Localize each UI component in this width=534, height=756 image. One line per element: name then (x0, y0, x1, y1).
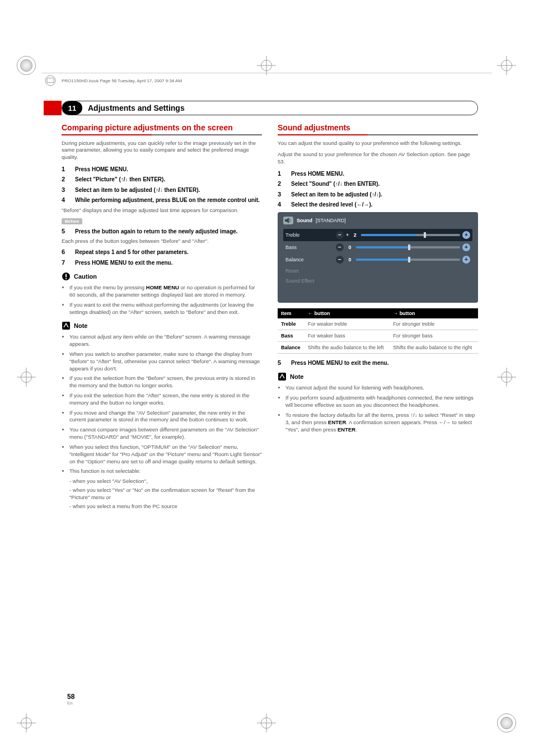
plus-icon: + (462, 231, 470, 239)
step-text: Press HOME MENU. (291, 170, 344, 178)
step-number: 3 (278, 191, 284, 198)
chapter-number: 11 (62, 101, 82, 115)
step: 2Select "Sound" (↑/↓ then ENTER). (278, 180, 478, 188)
step: 4While performing adjustment, press BLUE… (62, 196, 262, 204)
svg-rect-3 (65, 278, 67, 279)
note-list-left: You cannot adjust any item while on the … (62, 334, 262, 475)
table-row-head: Bass (278, 330, 305, 341)
header-rule (42, 73, 492, 73)
bullet-item: If you exit the selection from the "Befo… (69, 375, 262, 389)
step-text: Press HOME MENU. (75, 166, 128, 173)
note-title-left: Note (74, 322, 87, 329)
section-title-sound: Sound adjustments (278, 123, 478, 133)
osd-value: 0 (346, 257, 354, 262)
intro-text-right-2: Adjust the sound to your preference for … (278, 151, 478, 166)
osd-mode-label: [STANDARD] (316, 218, 346, 223)
note-heading-right: Note (278, 372, 478, 381)
note-icon (278, 372, 287, 381)
page-language: En (67, 701, 74, 706)
step-text: Press the button again to return to the … (75, 228, 238, 236)
between-text: "Before" displays and the image adjusted… (62, 207, 262, 214)
crop-mark-icon (17, 713, 37, 734)
between-text-b: Each press of the button toggles between… (62, 238, 262, 245)
crop-mark-icon (257, 713, 277, 734)
table-header: → button (390, 308, 478, 318)
chapter-red-tab (44, 101, 62, 115)
step-number: 3 (62, 186, 68, 193)
step-text: While performing adjustment, press BLUE … (75, 196, 260, 204)
bullet-item: If you perform sound adjustments with he… (285, 395, 478, 409)
crop-mark-icon (497, 368, 517, 388)
osd-value: 0 (346, 245, 354, 250)
intro-text-right: You can adjust the sound quality to your… (278, 140, 478, 147)
osd-row-label: Balance (285, 257, 330, 262)
sub-item: - when you select a menu from the PC sou… (69, 503, 262, 510)
step: 1Press HOME MENU. (62, 166, 262, 173)
note-heading: Note (62, 321, 262, 330)
step-number: 6 (62, 248, 68, 255)
minus-icon: − (336, 231, 344, 239)
step-text: Repeat steps 1 and 5 for other parameter… (75, 248, 189, 256)
sub-item: - when you select "AV Selection", (69, 478, 262, 485)
chapter-title: Adjustments and Settings (82, 104, 185, 112)
section-title-comparing: Comparing picture adjustments on the scr… (62, 123, 262, 133)
osd-slider (356, 259, 460, 261)
step-number: 2 (62, 176, 68, 182)
step-number: 4 (278, 201, 284, 208)
osd-row-label: Treble (285, 232, 330, 238)
step-text: Select "Picture" (↑/↓ then ENTER). (75, 176, 165, 184)
caution-icon (62, 272, 71, 281)
step: 2Select "Picture" (↑/↓ then ENTER). (62, 176, 262, 184)
crop-mark-icon (497, 713, 517, 734)
osd-panel: Sound [STANDARD] Treble−+2+Bass−0+Balanc… (278, 212, 478, 303)
bullet-item: You cannot adjust the sound for listenin… (285, 384, 478, 392)
intro-text: During picture adjustments, you can quic… (62, 140, 262, 161)
book-icon (45, 75, 56, 86)
page-number: 58 (67, 693, 74, 701)
bullet-item: This function is not selectable: (69, 468, 262, 475)
osd-row-label: Bass (285, 245, 330, 250)
caution-title: Caution (74, 273, 97, 280)
step-text: Select an item to be adjusted (↑/↓ then … (75, 186, 200, 194)
table-row: BassFor weaker bassFor stronger bass (278, 330, 478, 341)
step: 3Select an item to be adjusted (↑/↓). (278, 191, 478, 199)
sound-parameter-table: Item← button→ button TrebleFor weaker tr… (278, 308, 478, 354)
plus-icon: + (462, 243, 470, 251)
plus-icon: + (462, 256, 470, 264)
bullet-item: If you exit the selection from the "Afte… (69, 392, 262, 407)
step: 5 Press HOME MENU to exit the menu. (278, 359, 478, 367)
table-cell: Shifts the audio balance to the right (390, 341, 478, 353)
running-header-text: PRO1150HD.book Page 58 Tuesday, April 17… (62, 78, 182, 83)
step-number: 1 (278, 170, 284, 177)
step: 5Press the button again to return to the… (62, 228, 262, 236)
step-number: 1 (62, 166, 68, 172)
table-cell: For stronger bass (390, 330, 478, 341)
chapter-bar: 11 Adjustments and Settings (62, 101, 478, 115)
osd-slider (361, 234, 460, 236)
svg-rect-2 (65, 274, 67, 278)
osd-value: 2 (351, 232, 359, 238)
osd-row: Bass−0+ (283, 241, 472, 253)
table-cell: For weaker treble (305, 318, 390, 330)
table-header: ← button (305, 308, 390, 318)
osd-slider (356, 246, 460, 248)
bullet-item: To restore the factory defaults for all … (285, 412, 478, 433)
page-footer: 58 En (67, 693, 74, 706)
step: 6Repeat steps 1 and 5 for other paramete… (62, 248, 262, 256)
bullet-item: You cannot adjust any item while on the … (69, 334, 262, 348)
osd-row: Treble−+2+ (283, 229, 472, 241)
table-cell: For stronger treble (390, 318, 478, 330)
step-text: Select an item to be adjusted (↑/↓). (291, 191, 382, 199)
bullet-item: When you select this function, "OPTIMUM"… (69, 444, 262, 465)
before-badge: Before (62, 218, 82, 224)
osd-row: Reset (283, 266, 472, 276)
step: 4Select the desired level (←/→). (278, 201, 478, 209)
minus-icon: − (336, 256, 344, 264)
note-icon (62, 321, 71, 330)
osd-row: Sound Effect (283, 276, 472, 286)
bullet-item: If you exit the menu by pressing HOME ME… (69, 284, 262, 299)
osd-menu-title: Sound (297, 218, 312, 223)
step: 7Press HOME MENU to exit the menu. (62, 259, 262, 267)
sub-item: - when you select "Yes" or "No" on the c… (69, 487, 262, 501)
caution-list: If you exit the menu by pressing HOME ME… (62, 284, 262, 316)
